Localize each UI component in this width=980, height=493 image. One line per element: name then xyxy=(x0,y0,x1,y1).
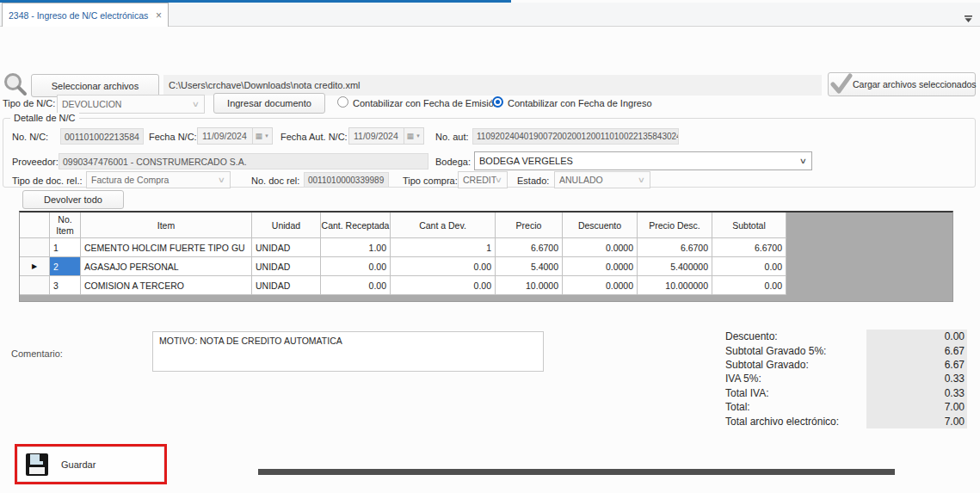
fecha-aut-datepicker[interactable]: 11/09/2024 ▦ ▼ xyxy=(348,127,424,145)
col-header-precio[interactable]: Precio xyxy=(496,213,563,238)
cell-subtotal[interactable]: 6.6700 xyxy=(712,238,786,257)
guardar-button[interactable]: Guardar xyxy=(17,447,164,482)
chevron-down-icon: ∨ xyxy=(192,100,206,108)
no-nc-field[interactable]: 001101002213584 xyxy=(60,128,144,145)
tipo-doc-rel-value: Factura de Compra xyxy=(87,175,219,185)
cell-unidad[interactable]: UNIDAD xyxy=(252,276,321,295)
cell-subtotal[interactable]: 0.00 xyxy=(712,257,786,276)
cell-cant-dev[interactable]: 0.00 xyxy=(391,276,496,295)
row-selector[interactable] xyxy=(20,238,50,257)
cell-no-item[interactable]: 3 xyxy=(50,276,81,295)
dropdown-icon: ▼ xyxy=(416,133,421,139)
col-header-no-item[interactable]: No. Item xyxy=(50,213,81,238)
cell-precio-desc[interactable]: 6.6700 xyxy=(638,238,712,257)
fecha-nc-label: Fecha N/C: xyxy=(149,132,197,142)
total-row: Total archivo electrónico: 7.00 xyxy=(725,415,967,428)
bodega-select[interactable]: BODEGA VERGELES ∨ xyxy=(474,151,812,170)
table-row[interactable]: 3 COMISION A TERCERO UNIDAD 0.00 0.00 10… xyxy=(20,276,952,295)
load-files-button[interactable]: Cargar archivos seleccionados xyxy=(828,72,976,96)
cell-descuento[interactable]: 0.0000 xyxy=(563,276,638,295)
table-row[interactable]: 1 CEMENTO HOLCIM FUERTE TIPO GU UNIDAD 1… xyxy=(20,238,952,257)
total-label: Subtotal Gravado: xyxy=(725,359,866,371)
cell-no-item[interactable]: 1 xyxy=(50,238,81,257)
total-label: Total: xyxy=(725,401,866,413)
tipo-compra-select[interactable]: CREDITO ∨ xyxy=(458,171,508,188)
calendar-icon: ▦ xyxy=(256,132,263,140)
totals-panel: Descuento: 0.00 Subtotal Gravado 5%: 6.6… xyxy=(725,330,967,428)
cell-item[interactable]: AGASAJO PERSONAL xyxy=(81,257,252,276)
cell-cant-receptada[interactable]: 0.00 xyxy=(321,257,391,276)
total-value: 7.00 xyxy=(866,400,967,414)
load-files-label: Cargar archivos seleccionados xyxy=(853,79,977,89)
total-value: 6.67 xyxy=(866,343,967,357)
total-value: 0.33 xyxy=(866,386,967,400)
app-window: 2348 - Ingreso de N/C electrónicas ::. ×… xyxy=(0,0,980,493)
items-grid: No. Item Item Unidad Cant. Receptada Can… xyxy=(19,211,953,302)
cell-item[interactable]: COMISION A TERCERO xyxy=(81,276,252,295)
radio-fecha-emision[interactable] xyxy=(337,96,348,108)
total-row: IVA 5%: 0.33 xyxy=(725,372,967,385)
cell-item[interactable]: CEMENTO HOLCIM FUERTE TIPO GU xyxy=(81,238,252,257)
cell-precio[interactable]: 5.4000 xyxy=(496,257,563,276)
col-header-precio-desc[interactable]: Precio Desc. xyxy=(638,213,712,238)
proveedor-label: Proveedor: xyxy=(12,157,59,167)
ingresar-documento-button[interactable]: Ingresar documento xyxy=(213,93,325,114)
total-row: Total: 7.00 xyxy=(725,400,967,414)
cell-cant-receptada[interactable]: 0.00 xyxy=(321,276,391,295)
tab-ingreso-nc[interactable]: 2348 - Ingreso de N/C electrónicas ::. × xyxy=(2,3,169,27)
total-row: Descuento: 0.00 xyxy=(725,330,967,343)
estado-select[interactable]: ANULADO ∨ xyxy=(554,171,650,188)
total-value: 0.00 xyxy=(866,330,967,343)
no-nc-label: No. N/C: xyxy=(12,132,48,142)
no-doc-rel-label: No. doc rel: xyxy=(251,176,299,186)
proveedor-field[interactable]: 0990347476001 - CONSTRUMERCADO S.A. xyxy=(59,153,428,169)
comentario-input[interactable]: MOTIVO: NOTA DE CREDITO AUTOMATICA xyxy=(152,331,544,372)
col-header-subtotal[interactable]: Subtotal xyxy=(712,213,786,238)
no-doc-rel-field[interactable]: 0011010000339989 xyxy=(304,172,389,188)
tab-strip: 2348 - Ingreso de N/C electrónicas ::. × xyxy=(0,3,980,27)
ingresar-documento-label: Ingresar documento xyxy=(227,98,311,108)
close-icon[interactable]: × xyxy=(156,9,162,22)
fecha-nc-datepicker[interactable]: 11/09/2024 ▦ ▼ xyxy=(197,127,273,145)
row-selector-header[interactable] xyxy=(20,213,50,238)
tab-title: 2348 - Ingreso de N/C electrónicas ::. xyxy=(9,10,151,21)
no-aut-field[interactable]: 1109202404019007200200120011010022135843… xyxy=(472,128,679,145)
tipo-doc-rel-select[interactable]: Factura de Compra ∨ xyxy=(86,171,231,188)
cell-cant-dev[interactable]: 0.00 xyxy=(391,257,496,276)
cell-precio[interactable]: 10.0000 xyxy=(496,276,563,295)
cell-descuento[interactable]: 0.0000 xyxy=(563,238,638,257)
col-header-unidad[interactable]: Unidad xyxy=(252,213,321,238)
tab-overflow-dropdown-icon[interactable] xyxy=(964,11,973,27)
col-header-item[interactable]: Item xyxy=(81,213,252,238)
devolver-todo-button[interactable]: Devolver todo xyxy=(22,190,124,209)
col-header-cant-receptada[interactable]: Cant. Receptada xyxy=(321,213,391,238)
col-header-descuento[interactable]: Descuento xyxy=(563,213,638,238)
tipo-nc-select[interactable]: DEVOLUCION ∨ xyxy=(57,95,205,114)
cell-unidad[interactable]: UNIDAD xyxy=(252,238,321,257)
col-header-cant-dev[interactable]: Cant a Dev. xyxy=(391,213,496,238)
row-selector[interactable] xyxy=(20,276,50,295)
dropdown-icon: ▼ xyxy=(264,133,269,139)
cell-precio-desc[interactable]: 5.400000 xyxy=(638,257,712,276)
cell-precio-desc[interactable]: 10.000000 xyxy=(638,276,712,295)
table-row-selected[interactable]: ▶ 2 AGASAJO PERSONAL UNIDAD 0.00 0.00 5.… xyxy=(20,257,952,276)
tipo-nc-label: Tipo de N/C: xyxy=(3,98,55,108)
select-files-label: Seleccionar archivos xyxy=(52,81,139,91)
cell-subtotal[interactable]: 0.00 xyxy=(712,276,786,295)
check-icon xyxy=(830,73,853,96)
cell-precio[interactable]: 6.6700 xyxy=(496,238,563,257)
cell-cant-receptada[interactable]: 1.00 xyxy=(321,238,391,257)
cell-cant-dev[interactable]: 1 xyxy=(391,238,496,257)
chevron-down-icon: ∨ xyxy=(799,157,813,165)
grid-header-row: No. Item Item Unidad Cant. Receptada Can… xyxy=(20,213,952,238)
row-selector[interactable]: ▶ xyxy=(20,257,50,276)
cell-unidad[interactable]: UNIDAD xyxy=(252,257,321,276)
radio-fecha-ingreso[interactable] xyxy=(492,96,503,108)
select-files-button[interactable]: Seleccionar archivos xyxy=(31,74,159,97)
total-label: Descuento: xyxy=(725,330,866,342)
radio-fecha-emision-label: Contabilizar con Fecha de Emisión xyxy=(353,98,499,108)
cell-descuento[interactable]: 0.0000 xyxy=(563,257,638,276)
estado-label: Estado: xyxy=(517,176,549,186)
cell-no-item[interactable]: 2 xyxy=(50,257,81,276)
save-floppy-icon xyxy=(26,453,48,476)
